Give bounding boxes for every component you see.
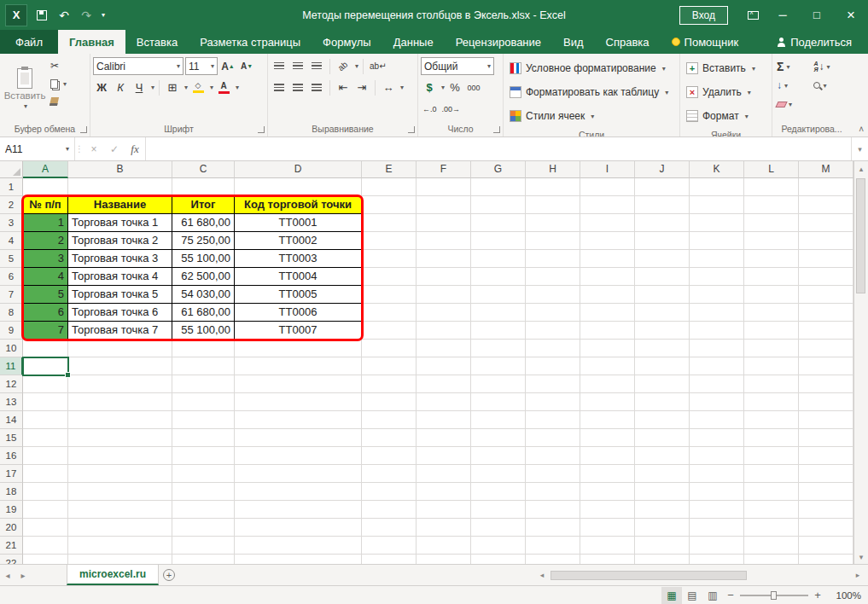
cell-B11[interactable] [68, 357, 172, 375]
row-header-7[interactable]: 7 [0, 286, 23, 304]
cell-K9[interactable] [690, 322, 744, 340]
align-top-button[interactable] [271, 57, 288, 75]
new-sheet-button[interactable]: + [159, 565, 179, 585]
cell-F14[interactable] [417, 411, 471, 429]
cell-I7[interactable] [580, 286, 635, 304]
cell-J5[interactable] [635, 250, 690, 268]
cell-C11[interactable] [172, 357, 235, 375]
cell-E11[interactable] [362, 357, 417, 375]
cell-E19[interactable] [362, 501, 417, 519]
cell-G19[interactable] [471, 501, 526, 519]
cell-B19[interactable] [68, 501, 172, 519]
tab-view[interactable]: Вид [552, 30, 595, 54]
row-header-15[interactable]: 15 [0, 429, 23, 447]
cell-K10[interactable] [690, 340, 744, 357]
cell-K4[interactable] [690, 232, 744, 250]
cell-H4[interactable] [526, 232, 580, 250]
cell-E17[interactable] [362, 465, 417, 483]
cell-G5[interactable] [471, 250, 526, 268]
cell-H7[interactable] [526, 286, 580, 304]
cell-J15[interactable] [635, 429, 690, 447]
row-header-10[interactable]: 10 [0, 340, 23, 357]
cell-L22[interactable] [744, 555, 799, 564]
cell-C2[interactable]: Итог [172, 196, 235, 214]
cell-B3[interactable]: Торговая точка 1 [68, 214, 172, 232]
clear-button[interactable]: ▾ [777, 96, 808, 113]
cell-E10[interactable] [362, 340, 417, 357]
cell-F15[interactable] [417, 429, 471, 447]
cell-B18[interactable] [68, 483, 172, 501]
cell-C21[interactable] [172, 537, 235, 555]
cell-L2[interactable] [744, 196, 799, 214]
redo-button[interactable]: ↷ [75, 4, 97, 26]
cell-K13[interactable] [690, 393, 744, 411]
increase-font-button[interactable]: А▲ [219, 57, 236, 75]
number-dialog-launcher[interactable] [493, 126, 500, 133]
cell-F12[interactable] [417, 375, 471, 393]
cell-I1[interactable] [580, 178, 635, 196]
paste-button[interactable]: Вставить ▾ [3, 56, 47, 122]
cell-B22[interactable] [68, 555, 172, 564]
cell-I4[interactable] [580, 232, 635, 250]
cell-J17[interactable] [635, 465, 690, 483]
cell-E12[interactable] [362, 375, 417, 393]
wrap-text-button[interactable]: ab↵ [368, 57, 388, 75]
align-left-button[interactable] [271, 78, 288, 96]
vertical-scroll-thumb[interactable] [856, 178, 865, 293]
increase-decimal-button[interactable]: ←.0 [421, 100, 439, 118]
cell-I15[interactable] [580, 429, 635, 447]
zoom-in-button[interactable]: + [810, 589, 825, 601]
minimize-button[interactable]: ─ [766, 0, 800, 30]
cell-G14[interactable] [471, 411, 526, 429]
cell-E1[interactable] [362, 178, 417, 196]
cell-F21[interactable] [417, 537, 471, 555]
cell-G10[interactable] [471, 340, 526, 357]
cell-D17[interactable] [235, 465, 362, 483]
cell-I5[interactable] [580, 250, 635, 268]
cell-D14[interactable] [235, 411, 362, 429]
cell-G9[interactable] [471, 322, 526, 340]
cell-H16[interactable] [526, 447, 580, 465]
decrease-font-button[interactable]: А▼ [238, 57, 255, 75]
cell-H11[interactable] [526, 357, 580, 375]
cell-K11[interactable] [690, 357, 744, 375]
cell-E2[interactable] [362, 196, 417, 214]
cell-M11[interactable] [799, 357, 853, 375]
cell-I12[interactable] [580, 375, 635, 393]
cell-A1[interactable] [23, 178, 68, 196]
cell-L3[interactable] [744, 214, 799, 232]
save-button[interactable] [31, 4, 53, 26]
cell-H14[interactable] [526, 411, 580, 429]
cell-G16[interactable] [471, 447, 526, 465]
cell-A15[interactable] [23, 429, 68, 447]
cell-L21[interactable] [744, 537, 799, 555]
cell-J16[interactable] [635, 447, 690, 465]
share-button[interactable]: Поделиться [766, 30, 863, 54]
cell-K22[interactable] [690, 555, 744, 564]
cell-E18[interactable] [362, 483, 417, 501]
cell-F13[interactable] [417, 393, 471, 411]
cell-J10[interactable] [635, 340, 690, 357]
cell-L16[interactable] [744, 447, 799, 465]
cell-G13[interactable] [471, 393, 526, 411]
cell-F5[interactable] [417, 250, 471, 268]
scroll-up-button[interactable]: ▴ [854, 161, 868, 176]
insert-cells-button[interactable]: Вставить▾ [683, 58, 769, 78]
cell-L12[interactable] [744, 375, 799, 393]
close-button[interactable]: × [834, 0, 868, 30]
decrease-decimal-button[interactable]: .00→ [440, 100, 463, 118]
cell-D19[interactable] [235, 501, 362, 519]
cell-E14[interactable] [362, 411, 417, 429]
cell-C9[interactable]: 55 100,00 [172, 322, 235, 340]
cell-D5[interactable]: ТТ0003 [235, 250, 362, 268]
cell-L17[interactable] [744, 465, 799, 483]
cell-H20[interactable] [526, 519, 580, 537]
cell-G4[interactable] [471, 232, 526, 250]
cell-C15[interactable] [172, 429, 235, 447]
cell-F19[interactable] [417, 501, 471, 519]
excel-app-icon[interactable]: X [5, 4, 27, 26]
cell-H22[interactable] [526, 555, 580, 564]
cell-H9[interactable] [526, 322, 580, 340]
cell-L1[interactable] [744, 178, 799, 196]
row-header-4[interactable]: 4 [0, 232, 23, 250]
